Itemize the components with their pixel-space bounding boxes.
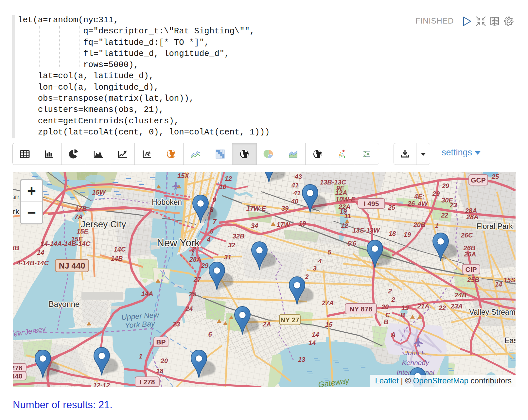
- svg-text:9: 9: [212, 196, 216, 203]
- svg-text:Floral Park: Floral Park: [476, 222, 513, 231]
- svg-text:14-14A-14B-14C: 14-14A-14B-14C: [41, 240, 91, 247]
- svg-text:GCP: GCP: [471, 176, 486, 184]
- svg-text:21A: 21A: [417, 303, 430, 310]
- svg-text:Kennedy: Kennedy: [402, 359, 430, 366]
- svg-text:2: 2: [305, 273, 308, 280]
- svg-text:15W: 15W: [92, 189, 106, 196]
- svg-text:5: 5: [210, 228, 214, 235]
- svg-text:1: 1: [435, 222, 438, 229]
- svg-text:2: 2: [388, 288, 392, 295]
- svg-text:29: 29: [432, 190, 440, 197]
- svg-text:10: 10: [219, 183, 226, 190]
- svg-text:25: 25: [388, 204, 396, 211]
- svg-text:15S: 15S: [503, 276, 515, 284]
- svg-text:29: 29: [442, 182, 449, 189]
- svg-text:18: 18: [156, 367, 164, 375]
- svg-text:Eas: Eas: [504, 336, 516, 345]
- svg-text:8B: 8B: [13, 244, 19, 252]
- svg-text:4-14B-14C: 4-14B-14C: [16, 259, 49, 267]
- svg-text:arr: arr: [13, 193, 20, 201]
- svg-text:23: 23: [449, 201, 457, 209]
- svg-text:Jersey City: Jersey City: [81, 219, 126, 229]
- svg-text:John F.: John F.: [404, 349, 426, 357]
- svg-text:18: 18: [389, 230, 396, 237]
- svg-text:5: 5: [327, 249, 331, 256]
- svg-text:26A: 26A: [464, 251, 476, 258]
- svg-text:40: 40: [291, 198, 298, 205]
- svg-text:14A: 14A: [141, 290, 153, 297]
- svg-text:27A: 27A: [322, 299, 334, 306]
- svg-text:24: 24: [185, 305, 193, 312]
- svg-text:13S-13W: 13S-13W: [352, 227, 380, 234]
- svg-text:15: 15: [325, 321, 333, 328]
- svg-text:14: 14: [37, 249, 44, 256]
- svg-text:41: 41: [291, 182, 299, 189]
- svg-text:25B: 25B: [467, 276, 480, 283]
- svg-text:19: 19: [401, 304, 409, 311]
- svg-text:14: 14: [495, 281, 502, 288]
- svg-text:23: 23: [172, 321, 180, 328]
- svg-text:20: 20: [381, 303, 389, 310]
- svg-text:6: 6: [208, 331, 212, 338]
- svg-text:rk: rk: [13, 207, 20, 216]
- svg-text:I 278: I 278: [140, 378, 155, 386]
- svg-text:2A: 2A: [262, 321, 271, 328]
- svg-text:25: 25: [189, 290, 197, 298]
- svg-text:41: 41: [293, 189, 301, 197]
- svg-text:B: B: [400, 311, 405, 319]
- svg-text:14B: 14B: [111, 255, 123, 262]
- svg-text:28A: 28A: [466, 213, 479, 220]
- svg-text:BP: BP: [156, 338, 166, 346]
- svg-text:26C: 26C: [461, 232, 473, 239]
- svg-text:23A: 23A: [450, 303, 463, 310]
- svg-text:22: 22: [441, 212, 448, 219]
- svg-text:14: 14: [308, 339, 316, 346]
- svg-text:12: 12: [341, 222, 348, 229]
- svg-text:20B: 20B: [413, 221, 426, 228]
- svg-text:32B: 32B: [233, 233, 245, 240]
- svg-text:4: 4: [206, 236, 210, 243]
- svg-text:26: 26: [407, 200, 415, 207]
- svg-text:17W: 17W: [276, 221, 290, 228]
- svg-text:25: 25: [491, 173, 499, 180]
- svg-text:Hoboken: Hoboken: [152, 198, 182, 206]
- svg-text:NJ 440: NJ 440: [59, 261, 85, 270]
- svg-text:28A: 28A: [189, 256, 202, 263]
- svg-text:NY 878: NY 878: [349, 305, 372, 313]
- svg-text:4W: 4W: [417, 200, 428, 207]
- svg-text:Bayonne: Bayonne: [49, 300, 80, 308]
- svg-text:43: 43: [294, 173, 302, 180]
- svg-text:13: 13: [298, 356, 305, 363]
- svg-text:NY 27: NY 27: [280, 316, 299, 324]
- svg-text:17B: 17B: [75, 205, 87, 212]
- svg-text:22: 22: [438, 304, 446, 311]
- svg-text:24B: 24B: [454, 291, 467, 299]
- svg-text:12: 12: [225, 175, 232, 182]
- svg-text:19: 19: [299, 220, 306, 227]
- svg-text:12A: 12A: [335, 189, 347, 196]
- svg-text:CIP: CIP: [465, 266, 477, 273]
- svg-text:14C: 14C: [114, 246, 126, 253]
- svg-text:1: 1: [139, 353, 142, 360]
- svg-text:15X: 15X: [177, 172, 189, 179]
- svg-text:27: 27: [193, 276, 201, 283]
- svg-text:32: 32: [228, 241, 235, 249]
- svg-text:19: 19: [404, 231, 411, 238]
- svg-text:4: 4: [318, 257, 322, 265]
- svg-text:A: A: [391, 331, 396, 338]
- svg-text:C: C: [385, 311, 390, 319]
- svg-text:39: 39: [281, 205, 289, 212]
- svg-text:12-12: 12-12: [93, 382, 110, 387]
- svg-text:278: 278: [13, 364, 23, 372]
- svg-text:29: 29: [201, 262, 209, 269]
- svg-text:2: 2: [391, 296, 395, 303]
- svg-text:440: 440: [13, 372, 23, 380]
- svg-text:6'6: 6'6: [347, 240, 356, 247]
- svg-text:31: 31: [224, 254, 231, 261]
- svg-text:I 495: I 495: [364, 200, 379, 207]
- svg-text:19: 19: [340, 208, 347, 215]
- svg-text:B: B: [384, 318, 388, 325]
- svg-text:Valley Stream: Valley Stream: [469, 308, 515, 316]
- svg-text:4E:: 4E:: [414, 193, 424, 200]
- svg-text:10W-E: 10W-E: [336, 196, 356, 203]
